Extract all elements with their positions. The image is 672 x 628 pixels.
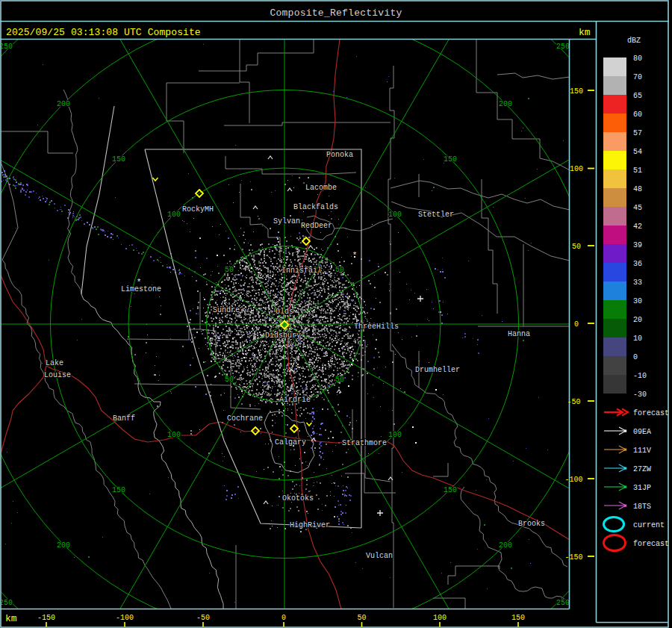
svg-text:Sylvan: Sylvan — [273, 217, 300, 226]
svg-text:150: 150 — [444, 155, 457, 164]
svg-text:200: 200 — [57, 541, 70, 550]
svg-text:HighRiver: HighRiver — [290, 521, 330, 529]
svg-text:150: 150 — [570, 87, 583, 96]
svg-text:100: 100 — [433, 614, 447, 622]
svg-text:09EA: 09EA — [633, 428, 651, 436]
svg-text:Didsbury: Didsbury — [265, 332, 301, 340]
svg-text:RockyMH: RockyMH — [182, 205, 214, 214]
svg-text:48: 48 — [633, 185, 642, 193]
svg-text:Innisfail: Innisfail — [281, 267, 322, 275]
svg-text:Brooks: Brooks — [518, 520, 545, 528]
svg-text:-100: -100 — [116, 614, 134, 622]
svg-text:57: 57 — [633, 129, 642, 137]
svg-text:Vulcan: Vulcan — [366, 552, 393, 560]
svg-text:50: 50 — [572, 243, 581, 251]
svg-text:200: 200 — [57, 100, 70, 108]
svg-text:50: 50 — [225, 376, 234, 384]
svg-text:Drumheller: Drumheller — [415, 366, 460, 374]
svg-text:50: 50 — [335, 266, 344, 274]
svg-text:2025/09/25 03:13:08 UTC Compos: 2025/09/25 03:13:08 UTC Composite — [6, 27, 201, 38]
svg-text:-150: -150 — [37, 614, 55, 622]
svg-text:250: 250 — [0, 599, 13, 607]
svg-text:Blackfalds: Blackfalds — [293, 203, 338, 211]
svg-text:39: 39 — [633, 241, 642, 249]
svg-text:dBZ: dBZ — [627, 37, 641, 45]
svg-text:Composite_Reflectivity: Composite_Reflectivity — [270, 7, 402, 19]
svg-text:80: 80 — [633, 55, 642, 63]
svg-text:42: 42 — [633, 223, 642, 231]
svg-text:50: 50 — [335, 376, 344, 384]
svg-text:Strathmore: Strathmore — [342, 439, 387, 447]
svg-text:Banff: Banff — [113, 414, 135, 423]
svg-text:27ZW: 27ZW — [633, 465, 651, 473]
svg-text:51: 51 — [633, 167, 642, 175]
svg-text:ThreeHills: ThreeHills — [354, 323, 399, 331]
svg-text:150: 150 — [511, 614, 525, 622]
svg-text:-30: -30 — [633, 391, 647, 399]
svg-text:20: 20 — [633, 316, 642, 324]
svg-text:10: 10 — [633, 335, 642, 343]
svg-text:km: km — [5, 613, 17, 624]
svg-text:150: 150 — [112, 486, 125, 494]
svg-text:111V: 111V — [633, 447, 651, 455]
svg-text:100: 100 — [167, 211, 181, 219]
svg-text:forecast: forecast — [633, 540, 669, 548]
svg-text:60: 60 — [633, 111, 642, 119]
svg-text:200: 200 — [499, 541, 512, 550]
svg-text:Sundre: Sundre — [213, 306, 240, 314]
svg-text:Lake: Lake — [46, 359, 63, 367]
svg-text:Okotoks: Okotoks — [282, 494, 314, 503]
svg-text:-150: -150 — [564, 553, 582, 562]
svg-text:100: 100 — [388, 431, 402, 439]
svg-text:50: 50 — [357, 614, 366, 622]
svg-text:Lacombe: Lacombe — [305, 184, 337, 192]
svg-text:50: 50 — [225, 266, 234, 274]
svg-text:Limestone: Limestone — [121, 285, 161, 293]
svg-text:30: 30 — [633, 297, 642, 305]
svg-text:Stettler: Stettler — [418, 211, 454, 219]
svg-text:100: 100 — [388, 211, 402, 219]
svg-text:RedDeer: RedDeer — [301, 222, 332, 230]
svg-text:-10: -10 — [633, 372, 647, 380]
svg-text:65: 65 — [633, 92, 642, 100]
svg-text:*: * — [352, 251, 358, 260]
svg-text:0: 0 — [574, 320, 579, 329]
svg-text:250: 250 — [556, 43, 570, 51]
svg-text:100: 100 — [570, 165, 583, 173]
svg-text:250: 250 — [556, 599, 570, 607]
svg-text:Airdrie: Airdrie — [279, 396, 311, 404]
svg-text:Ponoka: Ponoka — [326, 151, 353, 159]
svg-text:Cochrane: Cochrane — [227, 414, 263, 423]
svg-text:150: 150 — [112, 155, 125, 164]
svg-text:Hanna: Hanna — [508, 330, 530, 338]
svg-text:100: 100 — [167, 431, 181, 439]
svg-text:36: 36 — [633, 260, 642, 268]
svg-text:250: 250 — [0, 43, 13, 51]
svg-text:0: 0 — [633, 353, 638, 361]
svg-text:Louise: Louise — [44, 371, 71, 379]
svg-text:54: 54 — [633, 148, 642, 156]
svg-text:km: km — [579, 27, 591, 38]
svg-text:45: 45 — [633, 204, 642, 212]
svg-text:-100: -100 — [564, 476, 582, 484]
svg-text:Calgary: Calgary — [275, 438, 306, 447]
svg-text:-50: -50 — [567, 398, 580, 406]
svg-text:33: 33 — [633, 279, 642, 287]
svg-text:forecast: forecast — [633, 409, 669, 417]
svg-text:200: 200 — [499, 100, 512, 108]
svg-text:Olds: Olds — [276, 308, 293, 316]
svg-text:18TS: 18TS — [633, 503, 651, 511]
svg-text:70: 70 — [633, 73, 642, 81]
svg-text:31JP: 31JP — [633, 484, 651, 492]
svg-text:0: 0 — [281, 614, 286, 622]
svg-text:-50: -50 — [196, 614, 210, 622]
svg-text:150: 150 — [444, 486, 457, 494]
svg-text:current: current — [633, 521, 665, 529]
